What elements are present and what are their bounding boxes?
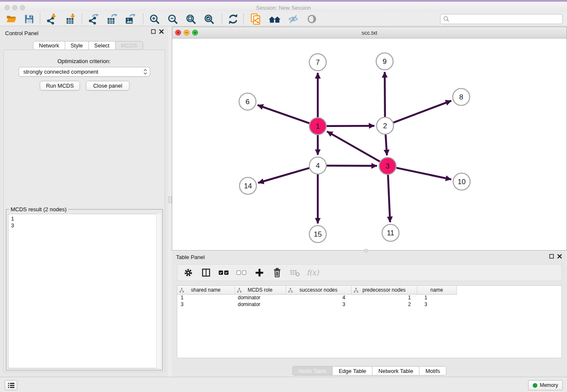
first-neighbors-icon[interactable]	[267, 13, 283, 25]
edge-2-3[interactable]	[385, 135, 387, 155]
tab-motifs[interactable]: Motifs	[419, 366, 446, 375]
zoom-fit-icon[interactable]	[183, 13, 199, 25]
cell[interactable]: 1	[417, 294, 457, 301]
import-table-icon[interactable]	[63, 13, 79, 25]
network-title: scc.txt	[172, 30, 567, 36]
svg-text:3: 3	[385, 162, 389, 170]
delete-icon[interactable]	[271, 267, 283, 279]
tab-edge-table[interactable]: Edge Table	[333, 366, 372, 375]
close-panel-icon[interactable]	[557, 254, 562, 259]
export-table-icon[interactable]	[104, 13, 120, 25]
cell[interactable]: dominator	[234, 301, 286, 308]
column-header-successor-nodes[interactable]: successor nodes	[286, 286, 351, 294]
network-canvas[interactable]: 7968124314101511	[172, 39, 567, 251]
result-scrollbar[interactable]	[156, 214, 161, 368]
edge-2-8[interactable]	[394, 101, 451, 123]
show-all-icon[interactable]	[304, 13, 320, 25]
graph-node-15[interactable]: 15	[309, 226, 326, 243]
window-titlebar: Session: New Session	[0, 0, 567, 12]
toolbar-separator	[243, 14, 244, 25]
edge-2-9[interactable]	[385, 72, 385, 117]
svg-text:4: 4	[316, 162, 319, 170]
settings-gear-icon[interactable]	[182, 267, 194, 279]
graph-node-6[interactable]: 6	[239, 93, 256, 110]
save-session-icon[interactable]	[21, 13, 37, 25]
cell[interactable]: 4	[286, 294, 351, 301]
panel-divider-handle[interactable]	[168, 196, 172, 203]
table-row[interactable]: 1dominator411	[177, 294, 457, 301]
new-network-from-selection-icon[interactable]	[248, 13, 264, 25]
split-pane-handle[interactable]	[364, 249, 368, 252]
toolbar-separator	[143, 14, 143, 25]
show-column-icon[interactable]	[200, 267, 212, 279]
search-input[interactable]	[451, 15, 562, 23]
select-all-checks-icon[interactable]	[218, 267, 230, 279]
cell[interactable]: 3	[177, 301, 234, 308]
graph-node-10[interactable]: 10	[453, 173, 470, 190]
mcds-result-list[interactable]: 1 3	[8, 214, 161, 368]
run-mcds-button[interactable]: Run MCDS	[40, 81, 80, 91]
zoom-selected-icon[interactable]	[201, 13, 217, 25]
network-window-titlebar[interactable]: scc.txt	[172, 27, 567, 39]
tab-select[interactable]: Select	[89, 41, 116, 50]
tab-node-table[interactable]: Node Table	[292, 366, 333, 375]
control-panel: Control Panel NetworkStyleSelectMCDS Opt…	[0, 26, 168, 377]
close-panel-button[interactable]: Close panel	[86, 81, 129, 91]
close-panel-icon[interactable]	[159, 29, 164, 34]
float-panel-icon[interactable]	[151, 29, 156, 34]
table-row[interactable]: 3dominator323	[177, 301, 457, 308]
export-network-icon[interactable]	[85, 13, 102, 25]
graph-node-1[interactable]: 1	[309, 118, 326, 135]
list-icon	[8, 382, 15, 389]
task-history-button[interactable]	[5, 380, 17, 390]
edge-4-3[interactable]	[327, 166, 377, 166]
column-header-predecessor-nodes[interactable]: predecessor nodes	[351, 286, 417, 294]
function-builder-icon[interactable]: f(x)	[307, 267, 319, 279]
cell[interactable]: 1	[177, 294, 234, 301]
edge-3-10[interactable]	[396, 168, 451, 179]
float-panel-icon[interactable]	[549, 254, 554, 259]
cell[interactable]: dominator	[234, 294, 286, 301]
svg-text:15: 15	[314, 230, 322, 238]
graph-node-11[interactable]: 11	[382, 224, 399, 241]
edge-1-6[interactable]	[258, 105, 310, 123]
edge-3-1[interactable]	[327, 131, 380, 161]
graph-node-4[interactable]: 4	[309, 157, 326, 174]
column-header-shared-name[interactable]: shared name	[177, 286, 234, 294]
memory-button[interactable]: Memory	[528, 380, 563, 390]
cell[interactable]: 3	[417, 301, 457, 308]
edge-1-2[interactable]	[327, 126, 374, 126]
optimization-criterion-select[interactable]: strongly connected component	[19, 67, 150, 77]
cell[interactable]: 2	[351, 301, 417, 308]
delete-table-icon[interactable]	[289, 267, 301, 279]
export-image-icon[interactable]	[122, 13, 138, 25]
tab-mcds[interactable]: MCDS	[116, 41, 143, 50]
search-field[interactable]	[440, 14, 563, 24]
add-icon[interactable]	[253, 267, 265, 279]
graph-node-14[interactable]: 14	[239, 177, 256, 194]
graph-node-8[interactable]: 8	[453, 88, 470, 105]
tab-network[interactable]: Network	[33, 41, 65, 50]
column-header-name[interactable]: name	[417, 286, 457, 294]
cell[interactable]: 1	[351, 294, 417, 301]
zoom-out-icon[interactable]	[165, 13, 181, 25]
svg-text:11: 11	[387, 229, 394, 237]
edge-4-14[interactable]	[258, 168, 309, 183]
open-session-icon[interactable]	[3, 13, 19, 25]
tab-network-table[interactable]: Network Table	[372, 366, 419, 375]
column-header-MCDS-role[interactable]: MCDS role	[234, 286, 286, 294]
graph-node-9[interactable]: 9	[376, 53, 393, 70]
hide-selected-icon[interactable]	[285, 13, 301, 25]
zoom-in-icon[interactable]	[146, 13, 162, 25]
deselect-all-checks-icon[interactable]	[236, 267, 248, 279]
import-network-icon[interactable]	[44, 13, 60, 25]
cell[interactable]: 3	[286, 301, 351, 308]
graph-node-2[interactable]: 2	[377, 117, 394, 134]
tab-style[interactable]: Style	[65, 41, 89, 50]
optimization-criterion-label: Optimization criterion:	[0, 58, 168, 64]
refresh-layout-icon[interactable]	[225, 13, 241, 25]
search-icon	[443, 16, 450, 22]
graph-node-3[interactable]: 3	[379, 157, 396, 174]
edge-3-11[interactable]	[388, 175, 390, 222]
graph-node-7[interactable]: 7	[309, 54, 326, 71]
